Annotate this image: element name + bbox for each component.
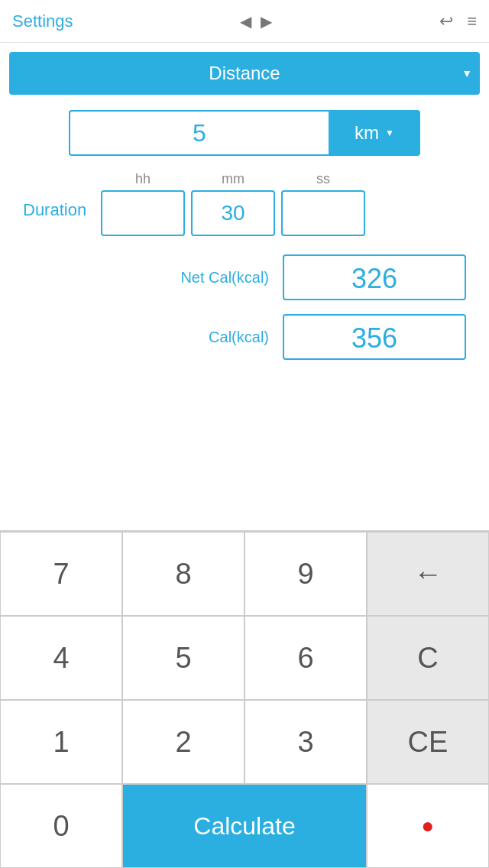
key-2[interactable]: 2: [122, 700, 244, 784]
ss-input[interactable]: [281, 190, 365, 236]
distance-input[interactable]: [69, 110, 329, 156]
duration-headers: hh mm ss: [101, 171, 365, 187]
distance-bar[interactable]: Distance: [9, 52, 480, 95]
key-clear[interactable]: C: [367, 616, 489, 700]
duration-fields: [101, 190, 365, 236]
key-4[interactable]: 4: [0, 616, 122, 700]
form-area: km Duration hh mm ss Net Cal(kcal) 326 C…: [0, 95, 489, 530]
unit-button[interactable]: km: [329, 110, 420, 156]
header: Settings ◀ ▶ ↩ ≡: [0, 0, 489, 43]
key-3[interactable]: 3: [244, 700, 367, 784]
duration-inputs: hh mm ss: [101, 171, 365, 236]
key-7[interactable]: 7: [0, 532, 122, 616]
cal-value: 356: [283, 314, 466, 360]
net-cal-label: Net Cal(kcal): [180, 269, 269, 287]
menu-icon[interactable]: ≡: [467, 11, 477, 31]
calculate-button[interactable]: Calculate: [122, 784, 367, 868]
forward-arrow-icon[interactable]: ▶: [261, 12, 272, 31]
duration-section: Duration hh mm ss: [23, 171, 466, 236]
undo-icon[interactable]: ↩: [439, 11, 453, 31]
back-arrow-icon[interactable]: ◀: [240, 12, 251, 31]
cal-row: Cal(kcal) 356: [23, 314, 466, 360]
key-5[interactable]: 5: [122, 616, 244, 700]
mm-input[interactable]: [191, 190, 275, 236]
header-icons: ↩ ≡: [439, 11, 477, 31]
key-dot[interactable]: ●: [367, 784, 489, 868]
key-0[interactable]: 0: [0, 784, 122, 868]
mm-label: mm: [191, 171, 275, 187]
hh-input[interactable]: [101, 190, 185, 236]
ss-label: ss: [281, 171, 365, 187]
nav-arrows: ◀ ▶: [240, 12, 272, 31]
cal-label: Cal(kcal): [209, 329, 269, 346]
unit-label: km: [355, 122, 379, 144]
net-cal-row: Net Cal(kcal) 326: [23, 254, 466, 300]
duration-label: Duration: [23, 171, 92, 220]
distance-row: km: [23, 110, 466, 156]
key-6[interactable]: 6: [244, 616, 367, 700]
key-8[interactable]: 8: [122, 532, 244, 616]
hh-label: hh: [101, 171, 185, 187]
key-ce[interactable]: CE: [367, 700, 489, 784]
keyboard: 7 8 9 ← 4 5 6 C 1 2 3 CE 0 Calculate ●: [0, 530, 489, 868]
key-backspace[interactable]: ←: [367, 532, 489, 616]
settings-button[interactable]: Settings: [12, 11, 73, 31]
net-cal-value: 326: [283, 254, 466, 300]
key-9[interactable]: 9: [244, 532, 367, 616]
distance-bar-label: Distance: [209, 63, 280, 83]
key-1[interactable]: 1: [0, 700, 122, 784]
